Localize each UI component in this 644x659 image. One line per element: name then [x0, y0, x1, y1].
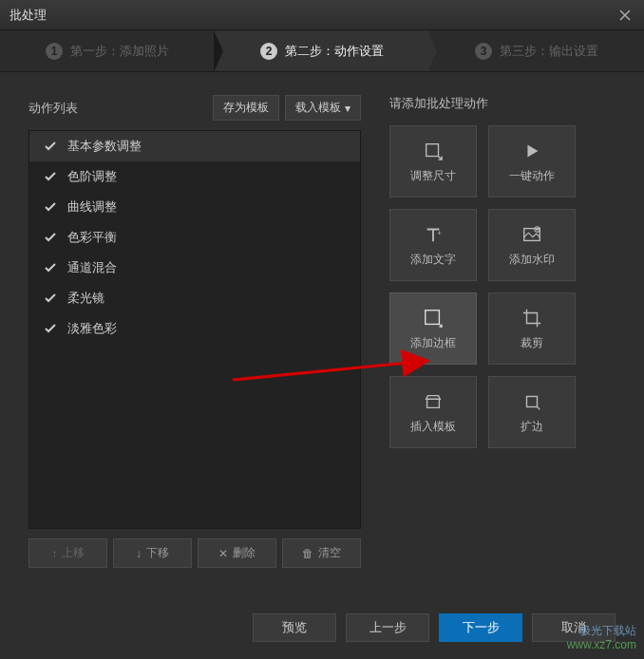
move-up-label: 上移 [62, 545, 85, 561]
add-watermark-label: 添加水印 [509, 252, 555, 268]
clear-button[interactable]: 🗑 清空 [282, 538, 361, 568]
arrow-up-icon: ↑ [51, 547, 57, 560]
list-item-label: 色阶调整 [67, 168, 117, 185]
titlebar: 批处理 [0, 0, 644, 30]
close-icon: ✕ [218, 547, 228, 560]
template-icon [422, 390, 445, 413]
action-list[interactable]: 基本参数调整 色阶调整 曲线调整 色彩平衡 通道混合 柔光镜 [28, 130, 361, 529]
svg-rect-4 [426, 310, 440, 324]
list-item[interactable]: 通道混合 [29, 253, 360, 283]
action-list-title: 动作列表 [28, 100, 78, 117]
one-click-label: 一键动作 [509, 168, 555, 184]
crop-label: 裁剪 [521, 335, 543, 351]
step-3[interactable]: 3 第三步：输出设置 [429, 30, 644, 71]
check-icon[interactable] [45, 262, 56, 273]
expand-icon [521, 390, 543, 413]
add-border-label: 添加边框 [410, 335, 456, 351]
list-item-label: 曲线调整 [67, 198, 117, 216]
delete-label: 删除 [233, 545, 256, 561]
load-template-button[interactable]: 载入模板 ▾ [285, 95, 361, 121]
preview-button[interactable]: 预览 [253, 613, 336, 642]
check-icon[interactable] [45, 141, 56, 152]
arrow-down-icon: ↓ [136, 547, 142, 560]
right-panel-title: 请添加批处理动作 [389, 95, 616, 112]
cancel-button[interactable]: 取消 [532, 613, 616, 642]
list-item[interactable]: 淡雅色彩 [29, 313, 360, 344]
step-label: 第二步：动作设置 [285, 43, 384, 60]
step-number: 1 [46, 43, 63, 60]
check-icon[interactable] [45, 171, 56, 182]
step-arrow-icon [214, 30, 223, 72]
list-item-label: 色彩平衡 [67, 229, 117, 246]
add-text-button[interactable]: + 添加文字 [389, 209, 477, 281]
step-arrow-icon [427, 30, 437, 72]
step-2[interactable]: 2 第二步：动作设置 [215, 30, 429, 71]
close-icon [619, 9, 631, 21]
check-icon[interactable] [45, 201, 56, 213]
next-button[interactable]: 下一步 [439, 613, 522, 642]
wizard-steps: 1 第一步：添加照片 2 第二步：动作设置 3 第三步：输出设置 [0, 30, 644, 72]
window-title: 批处理 [9, 7, 47, 24]
add-border-button[interactable]: 添加边框 [389, 292, 477, 365]
expand-label: 扩边 [521, 419, 543, 435]
body-area: 动作列表 存为模板 载入模板 ▾ 基本参数调整 色阶调整 曲线调整 [0, 72, 644, 577]
list-item-label: 通道混合 [67, 259, 117, 276]
add-text-label: 添加文字 [410, 252, 456, 268]
list-item[interactable]: 基本参数调整 [29, 131, 360, 161]
load-template-label: 载入模板 [295, 100, 341, 116]
footer: 预览 上一步 下一步 取消 [0, 613, 644, 642]
list-item-label: 淡雅色彩 [67, 320, 117, 337]
list-item-label: 柔光镜 [67, 290, 104, 307]
save-template-button[interactable]: 存为模板 [213, 95, 279, 121]
move-down-button[interactable]: ↓ 下移 [113, 538, 192, 568]
svg-rect-0 [426, 143, 439, 156]
add-watermark-button[interactable]: 添加水印 [488, 209, 576, 281]
insert-template-label: 插入模板 [410, 419, 456, 435]
step-label: 第三步：输出设置 [500, 43, 598, 60]
list-item[interactable]: 色阶调整 [29, 161, 360, 192]
svg-text:+: + [438, 228, 442, 236]
header-buttons: 存为模板 载入模板 ▾ [213, 95, 361, 121]
step-number: 2 [260, 43, 277, 60]
action-grid: 调整尺寸 一键动作 + 添加文字 添加水印 [389, 125, 616, 448]
list-item[interactable]: 曲线调整 [29, 192, 360, 222]
step-label: 第一步：添加照片 [70, 43, 169, 60]
check-icon[interactable] [45, 292, 56, 304]
resize-button[interactable]: 调整尺寸 [389, 125, 477, 198]
left-panel: 动作列表 存为模板 载入模板 ▾ 基本参数调整 色阶调整 曲线调整 [28, 95, 361, 568]
resize-icon [422, 140, 445, 162]
move-down-label: 下移 [146, 545, 169, 561]
crop-button[interactable]: 裁剪 [488, 292, 576, 365]
trash-icon: 🗑 [302, 547, 313, 560]
step-number: 3 [475, 43, 492, 60]
list-item[interactable]: 柔光镜 [29, 283, 360, 313]
check-icon[interactable] [45, 323, 56, 334]
play-icon [521, 140, 543, 162]
border-icon [422, 307, 445, 330]
clear-label: 清空 [318, 545, 341, 561]
text-icon: + [422, 223, 445, 246]
delete-button[interactable]: ✕ 删除 [198, 538, 276, 568]
list-item-label: 基本参数调整 [67, 138, 142, 155]
prev-button[interactable]: 上一步 [346, 613, 429, 642]
list-item[interactable]: 色彩平衡 [29, 222, 360, 253]
list-controls: ↑ 上移 ↓ 下移 ✕ 删除 🗑 清空 [28, 538, 361, 568]
crop-icon [521, 307, 543, 330]
check-icon[interactable] [45, 232, 56, 243]
chevron-down-icon: ▾ [345, 102, 350, 115]
expand-button[interactable]: 扩边 [488, 376, 576, 448]
resize-label: 调整尺寸 [410, 168, 456, 184]
insert-template-button[interactable]: 插入模板 [389, 376, 477, 448]
step-1[interactable]: 1 第一步：添加照片 [0, 30, 215, 71]
panel-header: 动作列表 存为模板 载入模板 ▾ [28, 95, 361, 121]
right-panel: 请添加批处理动作 调整尺寸 一键动作 + 添加文字 [389, 95, 616, 568]
move-up-button[interactable]: ↑ 上移 [28, 538, 107, 568]
svg-rect-5 [527, 396, 538, 406]
one-click-button[interactable]: 一键动作 [488, 125, 576, 198]
close-button[interactable] [616, 6, 635, 25]
watermark-icon [521, 223, 543, 246]
